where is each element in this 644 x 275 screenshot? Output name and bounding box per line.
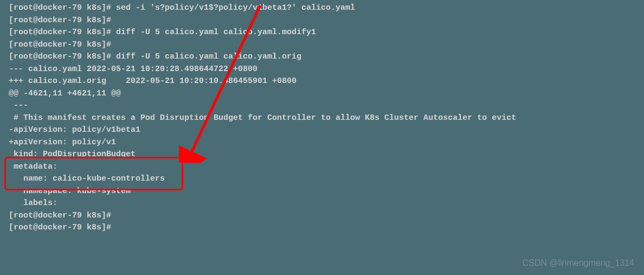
terminal-line: --- calico.yaml 2022-05-21 10:20:28.4986… [9,63,635,76]
terminal-line: -apiVersion: policy/v1beta1 [9,124,635,137]
terminal-line: [root@docker-79 k8s]# [9,39,635,52]
terminal-line: labels: [9,197,635,210]
terminal-line: --- [9,100,635,112]
terminal-line: [root@docker-79 k8s]# [9,222,635,234]
watermark: CSDN @linmengmeng_1314 [522,257,634,270]
terminal-line: [root@docker-79 k8s]# [9,210,635,222]
terminal-line: [root@docker-79 k8s]# diff -U 5 calico.y… [9,51,635,63]
terminal-line: namespace: kube-system [9,186,635,198]
terminal-line: +apiVersion: policy/v1 [9,137,635,149]
terminal-line: metadata: [9,161,635,174]
terminal-line: [root@docker-79 k8s]# diff -U 5 calico.y… [9,27,635,39]
terminal-line: name: calico-kube-controllers [9,173,635,186]
terminal-line: @@ -4621,11 +4621,11 @@ [9,88,635,100]
terminal-line: +++ calico.yaml.orig 2022-05-21 10:20:10… [9,75,635,88]
terminal-line: [root@docker-79 k8s]# [9,15,635,27]
terminal-output[interactable]: [root@docker-79 k8s]# sed -i 's?policy/v… [9,2,635,234]
terminal-line: # This manifest creates a Pod Disruption… [9,112,635,125]
terminal-line: [root@docker-79 k8s]# sed -i 's?policy/v… [9,2,635,15]
terminal-line: kind: PodDisruptionBudget [9,149,635,161]
